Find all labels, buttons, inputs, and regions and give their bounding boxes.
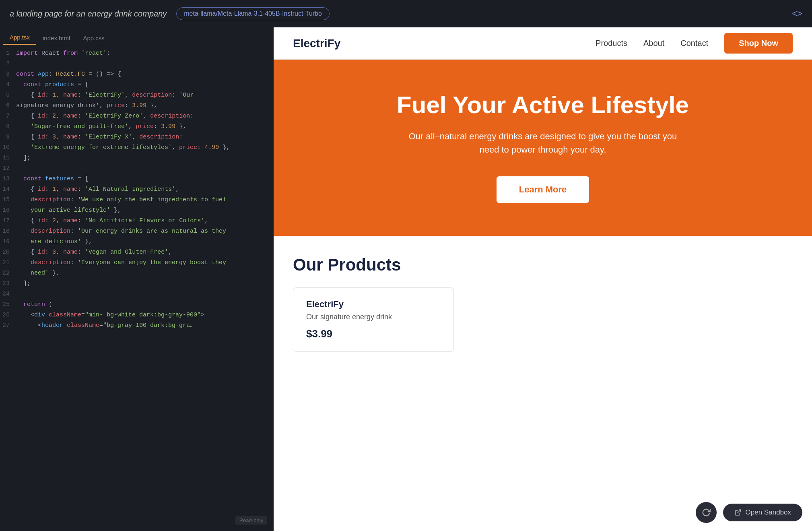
hero-subtitle: Our all–natural energy drinks are design… — [402, 130, 684, 156]
editor-panel: App.tsx index.html App.css 1 import Reac… — [0, 27, 274, 531]
code-line: 12 — [0, 163, 274, 174]
product-description: Our signature energy drink — [306, 313, 441, 321]
nav-contact[interactable]: Contact — [680, 39, 708, 48]
code-line: 5 { id: 1, name: 'ElectriFy', descriptio… — [0, 90, 274, 101]
products-section: Our Products ElectriFy Our signature ene… — [274, 236, 812, 531]
code-content: 1 import React from 'react'; 2 3 const A… — [0, 45, 274, 334]
tab-index-html[interactable]: index.html — [36, 31, 76, 45]
main-content: App.tsx index.html App.css 1 import Reac… — [0, 27, 812, 531]
refresh-icon — [702, 508, 711, 517]
code-editor: 1 import React from 'react'; 2 3 const A… — [0, 45, 274, 531]
code-toggle-icon[interactable]: <> — [792, 8, 802, 19]
bottom-toolbar: Open Sandbox — [696, 502, 802, 523]
products-section-title: Our Products — [293, 255, 793, 275]
preview-panel: ElectriFy Products About Contact Shop No… — [274, 27, 812, 531]
external-link-icon — [734, 509, 742, 516]
code-line: 4 const products = [ — [0, 80, 274, 90]
open-sandbox-label: Open Sandbox — [746, 508, 791, 517]
code-line: 21 description: 'Everyone can enjoy the … — [0, 258, 274, 268]
tab-app-tsx[interactable]: App.tsx — [3, 31, 36, 45]
code-line: 13 const features = [ — [0, 174, 274, 184]
hero-title: Fuel Your Active Lifestyle — [397, 92, 689, 118]
code-line: 1 import React from 'react'; — [0, 48, 274, 59]
product-name: ElectriFy — [306, 299, 441, 310]
code-line: 19 are delicious' }, — [0, 237, 274, 247]
code-line: 10 'Extreme energy for extreme lifestyle… — [0, 143, 274, 153]
svg-line-0 — [737, 510, 740, 513]
nav-about[interactable]: About — [643, 39, 664, 48]
shop-now-button[interactable]: Shop Now — [724, 33, 793, 54]
code-line: 27 <header className="bg-gray-100 dark:b… — [0, 320, 274, 331]
product-card: ElectriFy Our signature energy drink $3.… — [293, 287, 454, 352]
hero-section: Fuel Your Active Lifestyle Our all–natur… — [274, 60, 812, 236]
code-line: 8 'Sugar-free and guilt-free', price: 3.… — [0, 122, 274, 132]
code-line: 9 { id: 3, name: 'ElectriFy X', descript… — [0, 132, 274, 143]
code-line: 16 your active lifestyle' }, — [0, 205, 274, 216]
page-description: a landing page for an energy drink compa… — [10, 9, 167, 19]
code-line: 7 { id: 2, name: 'ElectriFy Zero', descr… — [0, 111, 274, 122]
nav-links: Products About Contact — [596, 39, 708, 48]
open-sandbox-button[interactable]: Open Sandbox — [723, 504, 802, 521]
code-line: 26 <div className="min- bg-white dark:bg… — [0, 310, 274, 320]
nav-products[interactable]: Products — [596, 39, 627, 48]
tab-app-css[interactable]: App.css — [76, 31, 111, 45]
product-price: $3.99 — [306, 328, 441, 340]
model-badge[interactable]: meta-llama/Meta-Llama-3.1-405B-Instruct-… — [176, 7, 330, 20]
code-line: 6 signature energy drink', price: 3.99 }… — [0, 101, 274, 111]
site-logo: ElectriFy — [293, 37, 340, 50]
code-line: 15 description: 'We use only the best in… — [0, 195, 274, 205]
code-line: 14 { id: 1, name: 'All-Natural Ingredien… — [0, 184, 274, 195]
code-line: 22 need' }, — [0, 268, 274, 279]
code-line: 23 ]; — [0, 279, 274, 289]
learn-more-button[interactable]: Learn More — [496, 176, 590, 204]
readonly-badge: Read-only — [235, 516, 267, 525]
code-line: 18 description: 'Our energy drinks are a… — [0, 226, 274, 237]
code-line: 3 const App: React.FC = () => { — [0, 69, 274, 80]
code-line: 24 — [0, 289, 274, 300]
refresh-button[interactable] — [696, 502, 717, 523]
site-nav: ElectriFy Products About Contact Shop No… — [274, 27, 812, 60]
editor-tabs: App.tsx index.html App.css — [0, 27, 274, 45]
top-bar: a landing page for an energy drink compa… — [0, 0, 812, 27]
code-line: 2 — [0, 59, 274, 69]
code-line: 25 return ( — [0, 300, 274, 310]
code-line: 17 { id: 2, name: 'No Artificial Flavors… — [0, 216, 274, 226]
code-line: 20 { id: 3, name: 'Vegan and Gluten-Free… — [0, 247, 274, 258]
code-line: 11 ]; — [0, 153, 274, 163]
